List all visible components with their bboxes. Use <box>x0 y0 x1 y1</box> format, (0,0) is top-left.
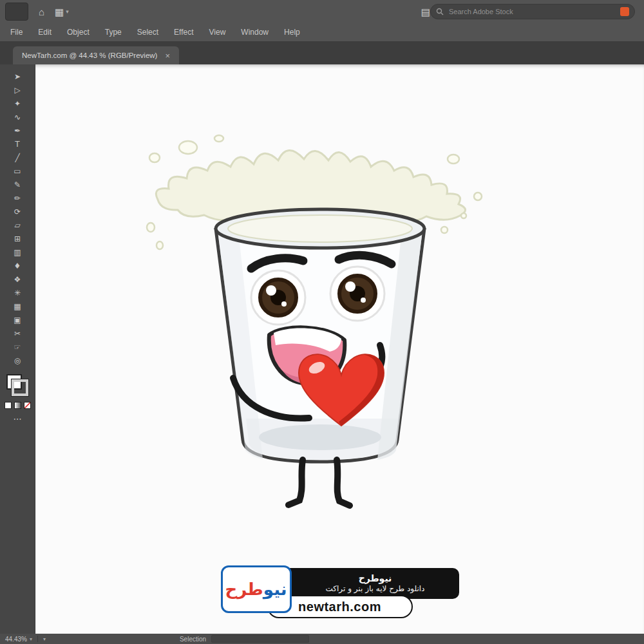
search-icon <box>436 8 444 15</box>
graph-tool-icon[interactable]: ▦ <box>7 299 28 313</box>
zoom-level-select[interactable]: 44.43% ▾ <box>5 636 32 643</box>
tool-glyph: ✎ <box>14 180 21 189</box>
menu-effect[interactable]: Effect <box>174 28 193 37</box>
right-eye <box>330 267 384 321</box>
menu-help[interactable]: Help <box>284 28 300 37</box>
tool-glyph: ✳ <box>14 289 21 298</box>
tool-glyph: ▷ <box>14 86 20 95</box>
panel-layout-icon[interactable]: ▤ <box>421 7 430 17</box>
workspace-grid-icon[interactable]: ▦ <box>55 7 64 17</box>
type-tool-icon[interactable]: T <box>7 137 28 151</box>
tool-glyph: T <box>15 140 19 149</box>
document-tab[interactable]: NewTarh.com @ 44.43 % (RGB/Preview) × <box>13 46 179 64</box>
watermark-tagline: دانلود طرح لایه باز بنر و تراکت <box>326 584 425 594</box>
zoom-tool-icon[interactable]: ◎ <box>7 354 28 367</box>
status-bar: 44.43% ▾ ▾ Selection <box>0 634 644 644</box>
workspace-chevron-icon[interactable]: ▾ <box>66 8 69 15</box>
menu-file[interactable]: File <box>10 28 23 37</box>
tool-glyph: ✂ <box>14 329 21 338</box>
gradient-mode-icon[interactable] <box>14 402 21 409</box>
logo-text-red: طرح <box>225 580 263 599</box>
color-swatches <box>6 374 29 397</box>
canvas-area[interactable]: نیوطرح دانلود طرح لایه باز بنر و تراکت n… <box>35 64 644 634</box>
tab-close-icon[interactable]: × <box>165 51 170 61</box>
zoom-level-value: 44.43% <box>5 636 27 643</box>
tool-glyph: ➤ <box>14 72 21 81</box>
status-field <box>211 635 309 643</box>
tool-glyph: ✦ <box>14 99 21 108</box>
none-mode-icon[interactable] <box>24 402 31 409</box>
menu-select[interactable]: Select <box>137 28 158 37</box>
artwork-milk-character[interactable] <box>142 132 502 518</box>
tool-glyph: ▣ <box>14 316 21 325</box>
stroke-swatch[interactable] <box>12 379 28 396</box>
eyedropper-tool-icon[interactable]: ♦ <box>7 259 28 272</box>
tool-glyph: ☞ <box>14 343 21 352</box>
status-tool-label: Selection <box>180 636 206 643</box>
glass-bottom-shadow <box>259 424 381 450</box>
menu-bar: File Edit Object Type Select Effect View… <box>0 23 644 41</box>
tool-glyph: ✒ <box>14 126 21 135</box>
symbol-sprayer-tool-icon[interactable]: ✳ <box>7 286 28 299</box>
paintbrush-tool-icon[interactable]: ✎ <box>7 178 28 191</box>
menu-view[interactable]: View <box>209 28 226 37</box>
app-icon[interactable] <box>5 3 28 21</box>
search-input[interactable] <box>448 7 616 16</box>
watermark: نیوطرح دانلود طرح لایه باز بنر و تراکت n… <box>221 565 459 618</box>
watermark-brand: نیوطرح <box>359 573 392 585</box>
document-tab-bar: NewTarh.com @ 44.43 % (RGB/Preview) × <box>0 41 644 64</box>
scale-tool-icon[interactable]: ▱ <box>7 218 28 232</box>
tool-glyph: ◎ <box>14 356 21 365</box>
rotate-tool-icon[interactable]: ⟳ <box>7 205 28 218</box>
gradient-tool-icon[interactable]: ▥ <box>7 245 28 259</box>
left-leg <box>289 460 303 505</box>
rectangle-tool-icon[interactable]: ▭ <box>7 164 28 178</box>
menu-type[interactable]: Type <box>105 28 122 37</box>
tool-glyph: ▭ <box>14 167 21 176</box>
menu-object[interactable]: Object <box>67 28 90 37</box>
watermark-logo: نیوطرح <box>221 565 292 613</box>
tool-glyph: ⟳ <box>14 207 21 216</box>
tool-glyph: ♦ <box>14 261 21 270</box>
color-mode-icon[interactable] <box>5 402 12 409</box>
direct-selection-tool-icon[interactable]: ▷ <box>7 83 28 97</box>
right-leg <box>337 460 350 506</box>
tool-glyph: ╱ <box>15 153 19 162</box>
lasso-tool-icon[interactable]: ∿ <box>7 110 28 124</box>
artboard-nav-chevron-icon[interactable]: ▾ <box>43 636 46 642</box>
logo-text-blue: نیو <box>263 580 287 599</box>
selection-tool-icon[interactable]: ➤ <box>7 70 28 83</box>
zoom-chevron-icon: ▾ <box>30 636 32 642</box>
title-bar: ⌂ ▦ ▾ ▤ <box>0 0 644 23</box>
tool-glyph: ⊞ <box>14 234 21 243</box>
pencil-tool-icon[interactable]: ✏ <box>7 191 28 205</box>
shape-builder-tool-icon[interactable]: ⊞ <box>7 232 28 245</box>
pen-tool-icon[interactable]: ✒ <box>7 124 28 137</box>
color-mode-row <box>5 402 31 409</box>
home-icon[interactable]: ⌂ <box>39 7 44 17</box>
tool-glyph: ❖ <box>14 275 21 284</box>
magic-wand-tool-icon[interactable]: ✦ <box>7 97 28 110</box>
tool-glyph: ▥ <box>14 248 21 257</box>
milk-surface <box>228 215 412 242</box>
menu-window[interactable]: Window <box>241 28 269 37</box>
hand-tool-icon[interactable]: ☞ <box>7 340 28 354</box>
menu-edit[interactable]: Edit <box>38 28 52 37</box>
statusbar-divider <box>37 636 38 642</box>
tool-glyph: ∿ <box>14 113 21 122</box>
stock-icon[interactable] <box>620 7 629 16</box>
blend-tool-icon[interactable]: ❖ <box>7 272 28 286</box>
more-tools-icon[interactable]: ⋯ <box>14 414 22 424</box>
slice-tool-icon[interactable]: ✂ <box>7 327 28 340</box>
left-eye <box>251 270 305 325</box>
line-tool-icon[interactable]: ╱ <box>7 151 28 164</box>
tool-glyph: ▦ <box>14 302 21 311</box>
search-box[interactable] <box>430 4 635 19</box>
document-tab-title: NewTarh.com @ 44.43 % (RGB/Preview) <box>22 52 157 59</box>
artboard-tool-icon[interactable]: ▣ <box>7 313 28 327</box>
tool-glyph: ▱ <box>14 221 20 230</box>
tool-glyph: ✏ <box>14 194 21 203</box>
tools-panel: ➤ ▷ ✦ ∿ ✒ T ╱ <box>0 64 35 634</box>
